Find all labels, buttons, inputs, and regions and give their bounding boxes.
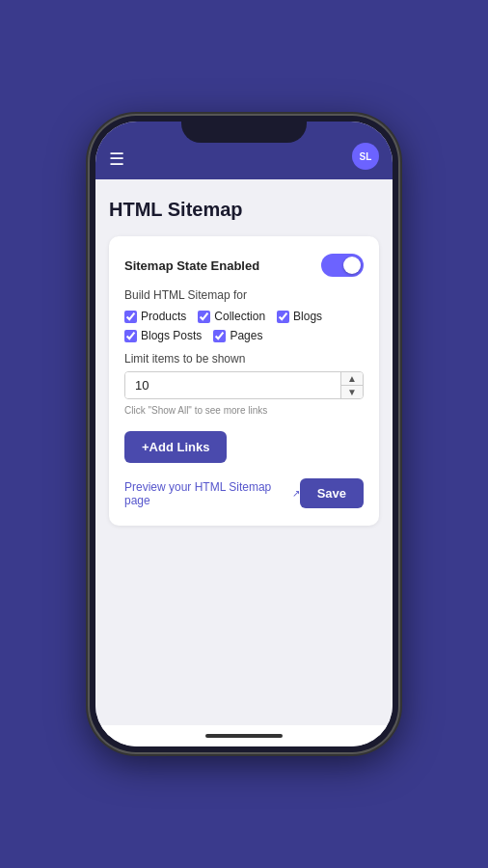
spinner-up-button[interactable]: ▲ — [341, 372, 363, 386]
preview-link-text: Preview your HTML Sitemap page — [124, 480, 289, 507]
checkbox-collection[interactable] — [198, 311, 210, 323]
phone-frame: ☰ SL HTML Sitemap Sitemap State Enabled … — [90, 116, 398, 752]
checkbox-label-products: Products — [141, 310, 186, 323]
external-link-icon: ↗ — [292, 488, 300, 499]
checkbox-pages[interactable] — [213, 330, 226, 342]
checkbox-blogs[interactable] — [277, 311, 289, 323]
settings-card: Sitemap State Enabled Build HTML Sitemap… — [109, 236, 379, 526]
checkbox-item-collection[interactable]: Collection — [198, 310, 265, 323]
avatar[interactable]: SL — [352, 143, 379, 170]
page-title: HTML Sitemap — [109, 199, 379, 221]
bottom-row: Preview your HTML Sitemap page ↗ Save — [124, 478, 364, 508]
spinner-down-button[interactable]: ▼ — [341, 386, 363, 398]
checkbox-label-pages: Pages — [230, 329, 262, 342]
limit-input[interactable] — [125, 372, 340, 398]
limit-input-wrap: ▲ ▼ — [124, 371, 364, 399]
home-indicator — [95, 725, 393, 746]
save-button[interactable]: Save — [300, 478, 364, 508]
notch — [181, 116, 307, 143]
add-links-button[interactable]: +Add Links — [124, 431, 227, 463]
toggle-row: Sitemap State Enabled — [124, 254, 364, 277]
checkbox-item-blogs-posts[interactable]: Blogs Posts — [124, 329, 202, 342]
checkbox-item-products[interactable]: Products — [124, 310, 186, 323]
home-bar — [205, 734, 283, 738]
phone-inner: ☰ SL HTML Sitemap Sitemap State Enabled … — [95, 122, 393, 746]
checkbox-label-collection: Collection — [214, 310, 265, 323]
checkbox-group: Products Collection Blogs Blogs Posts — [124, 310, 364, 342]
sitemap-toggle[interactable] — [321, 254, 364, 277]
checkbox-products[interactable] — [124, 311, 137, 323]
spinner-btns: ▲ ▼ — [340, 372, 363, 398]
checkbox-item-blogs[interactable]: Blogs — [277, 310, 322, 323]
preview-link[interactable]: Preview your HTML Sitemap page ↗ — [124, 480, 300, 507]
content-area: HTML Sitemap Sitemap State Enabled Build… — [95, 179, 393, 725]
checkbox-item-pages[interactable]: Pages — [213, 329, 262, 342]
checkbox-label-blogs: Blogs — [293, 310, 322, 323]
hint-text: Click "Show All" to see more links — [124, 405, 364, 416]
hamburger-icon[interactable]: ☰ — [109, 149, 124, 170]
toggle-label: Sitemap State Enabled — [124, 258, 259, 273]
checkbox-blogs-posts[interactable] — [124, 330, 137, 342]
toggle-thumb — [343, 257, 361, 274]
build-label: Build HTML Sitemap for — [124, 288, 364, 302]
checkbox-label-blogs-posts: Blogs Posts — [141, 329, 202, 342]
limit-label: Limit items to be shown — [124, 352, 364, 366]
